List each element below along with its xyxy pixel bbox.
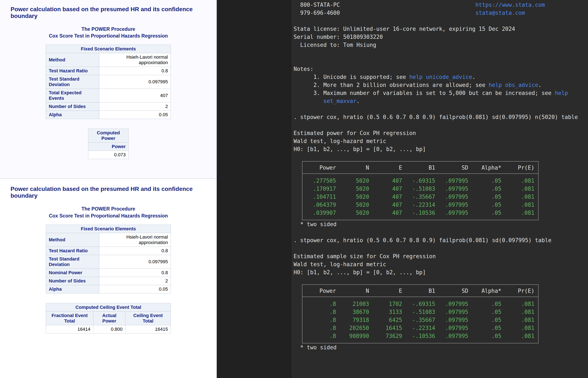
help-link[interactable]: help xyxy=(555,90,568,96)
table-header: Fixed Scenario Elements xyxy=(46,45,171,53)
cell-value: 0.8 xyxy=(99,67,171,75)
fixed-scenario-table-1: Fixed Scenario Elements MethodHsieh-Lavo… xyxy=(46,45,171,119)
table-row: Test Standard Deviation0.097995 xyxy=(46,75,171,89)
cell-label: Alpha xyxy=(46,285,99,293)
table-row: Nominal Power0.8 xyxy=(46,269,171,277)
results-row: .064379 5020 407 -.22314 .097995 .05 .08… xyxy=(306,201,534,209)
computed-power-table: Computed Power Power 0.073 xyxy=(88,129,129,159)
note-text: . xyxy=(356,98,360,104)
fixed-scenario-table-2: Fixed Scenario Elements MethodHsieh-Lavo… xyxy=(46,225,171,293)
result-caption: Wald test, log-hazard metric xyxy=(294,260,588,268)
results-row: .8 38670 3133 -.51083 .097995 .05 .081 xyxy=(306,308,534,316)
results-row: .8 202650 16415 -.22314 .097995 .05 .081 xyxy=(306,324,534,332)
table-row: Number of Sides2 xyxy=(46,277,171,285)
column-header: Actual Power xyxy=(93,311,126,325)
sas-output-panel: Power calculation based on the presumed … xyxy=(0,0,217,378)
computed-ceiling-table: Computed Ceiling Event Total Fractional … xyxy=(46,303,171,334)
table-header: Fixed Scenario Elements xyxy=(46,225,171,233)
table-row: Total Expected Events407 xyxy=(46,89,171,103)
stata-email-link[interactable]: stata@stata.com xyxy=(475,10,525,16)
table-separator xyxy=(302,297,538,297)
results-table-power: Power N E B1 SD Alpha* Pr(E) .277505 502… xyxy=(302,161,539,220)
column-header: Ceiling Event Total xyxy=(126,311,171,325)
console-blank-line xyxy=(294,105,588,113)
result-caption: Estimated power for Cox PH regression xyxy=(294,129,588,137)
sas-section-2: Power calculation based on the presumed … xyxy=(0,179,217,346)
proc-title: The POWER Procedure xyxy=(0,26,217,32)
console-blank-line xyxy=(294,17,588,25)
cell-label: Test Standard Deviation xyxy=(46,255,99,269)
stata-console: 800-STATA-PC https://www.stata.com 979-6… xyxy=(293,0,588,378)
results-row: .8 21003 1702 -.69315 .097995 .05 .081 xyxy=(306,300,534,308)
console-banner-line: 979-696-4600 stata@stata.com xyxy=(294,9,588,17)
cell-value: Hsieh-Lavori normal approximation xyxy=(99,233,171,247)
table-row: Number of Sides2 xyxy=(46,103,171,111)
stata-website-link[interactable]: https://www.stata.com xyxy=(475,2,545,8)
cell-value: 0.800 xyxy=(93,325,126,333)
note-text: . xyxy=(472,74,475,80)
cell-label: Test Hazard Ratio xyxy=(46,247,99,255)
stata-command-1: . stpower cox, hratio (0.5 0.6 0.7 0.8 0… xyxy=(294,113,588,121)
proc-subtitle: Cox Score Test in Proportional Hazards R… xyxy=(0,32,217,39)
screen: Power calculation based on the presumed … xyxy=(0,0,588,378)
note-line: 3. Maximum number of variables is set to… xyxy=(294,89,588,97)
proc-titles-1: The POWER Procedure Cox Score Test in Pr… xyxy=(0,26,217,39)
result-caption: Estimated sample size for Cox PH regress… xyxy=(294,252,588,260)
cell-value: 0.073 xyxy=(88,151,129,159)
license-line: Stata license: Unlimited-user 16-core ne… xyxy=(294,25,588,33)
proc-titles-2: The POWER Procedure Cox Score Test in Pr… xyxy=(0,205,217,219)
window-gap xyxy=(217,0,292,378)
cell-value: Hsieh-Lavori normal approximation xyxy=(99,53,171,67)
table-row: MethodHsieh-Lavori normal approximation xyxy=(46,233,171,247)
note-text xyxy=(294,98,323,104)
table-row: Test Hazard Ratio0.8 xyxy=(46,67,171,75)
cell-value: 0.097995 xyxy=(99,255,171,269)
column-header: Fractional Event Total xyxy=(46,311,93,325)
table-footnote: * two sided xyxy=(294,220,588,228)
cell-value: 0.05 xyxy=(99,285,171,293)
licensed-to-line: Licensed to: Tom Hsiung xyxy=(294,41,588,49)
console-blank-line xyxy=(294,57,588,65)
cell-label: Total Expected Events xyxy=(46,89,99,103)
note-line: 1. Unicode is supported; see help unicod… xyxy=(294,73,588,81)
sas-section-1: Power calculation based on the presumed … xyxy=(0,0,217,178)
help-unicode-advice-link[interactable]: help unicode_advice xyxy=(409,74,472,80)
cell-value: 2 xyxy=(99,277,171,285)
console-blank-line xyxy=(294,121,588,129)
note-text: 2. More than 2 billion observations are … xyxy=(294,82,489,88)
column-header: Power xyxy=(88,143,129,151)
cell-value: 16414 xyxy=(46,325,93,333)
console-banner-line: 800-STATA-PC https://www.stata.com xyxy=(294,1,588,9)
cell-label: Method xyxy=(46,53,99,67)
console-blank-line xyxy=(294,228,588,236)
results-row: .8 79318 6425 -.35667 .097995 .05 .081 xyxy=(306,316,534,324)
note-text: 3. Maximum number of variables is set to… xyxy=(294,90,555,96)
cell-label: Alpha xyxy=(46,111,99,119)
sas-title-1: Power calculation based on the presumed … xyxy=(11,6,208,19)
serial-line: Serial number: 501809303220 xyxy=(294,33,588,41)
cell-value: 407 xyxy=(99,89,171,103)
result-caption: H0: [b1, b2, ..., bp] = [0, b2, ..., bp] xyxy=(294,268,588,276)
result-caption: Wald test, log-hazard metric xyxy=(294,137,588,145)
cell-value: 0.05 xyxy=(99,111,171,119)
cell-label: Test Hazard Ratio xyxy=(46,67,99,75)
table-row: 0.073 xyxy=(88,151,129,159)
result-caption: H0: [b1, b2, ..., bp] = [0, b2, ..., bp] xyxy=(294,145,588,153)
console-blank-line xyxy=(294,153,588,161)
cell-value: 0.8 xyxy=(99,269,171,277)
results-table-header: Power N E B1 SD Alpha* Pr(E) xyxy=(306,287,534,295)
stata-command-2: . stpower cox, hratio (0.5 0.6 0.7 0.8 0… xyxy=(294,236,588,244)
cell-value: 16415 xyxy=(126,325,171,333)
results-table-samplesize: Power N E B1 SD Alpha* Pr(E) .8 21003 17… xyxy=(302,284,539,343)
note-text: 1. Unicode is supported; see xyxy=(294,74,409,80)
table-row: 16414 0.800 16415 xyxy=(46,325,171,333)
table-header: Computed Power xyxy=(88,129,129,143)
results-row: .277505 5020 407 -.69315 .097995 .05 .08… xyxy=(306,177,534,185)
proc-subtitle: Cox Score Test in Proportional Hazards R… xyxy=(0,212,217,219)
set-maxvar-link[interactable]: set_maxvar xyxy=(323,98,357,104)
results-row: .8 908990 73629 -.10536 .097995 .05 .081 xyxy=(306,332,534,340)
cell-value: 2 xyxy=(99,103,171,111)
help-obs-advice-link[interactable]: help obs_advice xyxy=(489,82,538,88)
stata-phone: 979-696-4600 xyxy=(294,10,475,16)
cell-label: Method xyxy=(46,233,99,247)
